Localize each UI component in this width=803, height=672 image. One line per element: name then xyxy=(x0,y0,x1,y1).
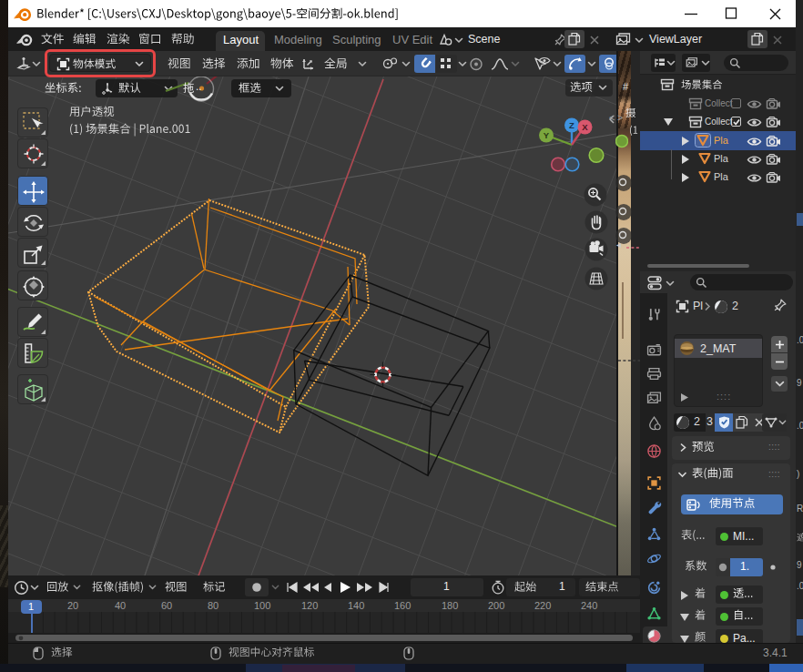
svg-text:Y: Y xyxy=(544,130,550,140)
svg-text:X: X xyxy=(582,122,588,132)
svg-text:Z: Z xyxy=(569,120,574,130)
